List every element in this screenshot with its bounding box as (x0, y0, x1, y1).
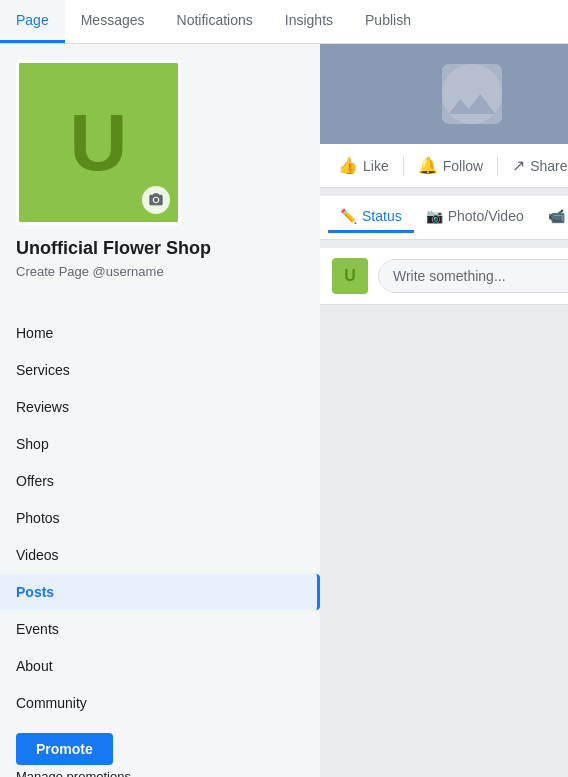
profile-photo-wrapper: U (16, 60, 181, 225)
tab-publish-label: Publish (365, 12, 411, 28)
tab-insights-label: Insights (285, 12, 333, 28)
profile-photo-letter: U (70, 97, 128, 189)
sidebar-item-community[interactable]: Community (0, 685, 320, 721)
action-divider-1 (403, 156, 404, 176)
sidebar-item-about[interactable]: About (0, 648, 320, 684)
write-post-input[interactable]: Write something... (378, 259, 568, 293)
status-label: Status (362, 208, 402, 224)
share-button[interactable]: ↗ Share (502, 150, 568, 181)
tab-notifications-label: Notifications (177, 12, 253, 28)
share-icon: ↗ (512, 156, 525, 175)
post-type-photo-video[interactable]: 📷 Photo/Video (414, 202, 536, 233)
follow-icon: 🔔 (418, 156, 438, 175)
sidebar-item-reviews[interactable]: Reviews (0, 389, 320, 425)
sidebar-item-posts[interactable]: Posts (0, 574, 320, 610)
tab-publish[interactable]: Publish (349, 0, 427, 43)
change-photo-button[interactable] (142, 186, 170, 214)
tab-insights[interactable]: Insights (269, 0, 349, 43)
page-layout: U Unofficial Flower Shop Create Page @us… (0, 44, 568, 777)
sidebar-navigation: Home Services Reviews Shop Offers Photos… (0, 315, 320, 721)
follow-label: Follow (443, 158, 483, 174)
photo-video-icon: 📷 (426, 208, 443, 224)
page-name: Unofficial Flower Shop (16, 237, 304, 260)
sidebar-item-videos[interactable]: Videos (0, 537, 320, 573)
manage-promotions-link[interactable]: Manage promotions (16, 769, 304, 777)
sidebar-item-services[interactable]: Services (0, 352, 320, 388)
status-icon: ✏️ (340, 208, 357, 224)
profile-section: U Unofficial Flower Shop Create Page @us… (0, 60, 320, 307)
post-type-bar: ✏️ Status 📷 Photo/Video 📹 Live video (320, 196, 568, 240)
sidebar-item-photos[interactable]: Photos (0, 500, 320, 536)
profile-photo[interactable]: U (16, 60, 181, 225)
sidebar-item-home[interactable]: Home (0, 315, 320, 351)
action-bar: 👍 Like 🔔 Follow ↗ Share (320, 144, 568, 188)
tab-page-label: Page (16, 12, 49, 28)
cover-image[interactable] (320, 44, 568, 144)
like-label: Like (363, 158, 389, 174)
tab-messages[interactable]: Messages (65, 0, 161, 43)
page-username[interactable]: Create Page @username (16, 264, 304, 279)
tab-messages-label: Messages (81, 12, 145, 28)
sidebar-item-shop[interactable]: Shop (0, 426, 320, 462)
post-avatar: U (332, 258, 368, 294)
share-label: Share (530, 158, 567, 174)
action-divider-2 (497, 156, 498, 176)
write-post-area: U Write something... (320, 248, 568, 305)
tab-page[interactable]: Page (0, 0, 65, 43)
left-sidebar: U Unofficial Flower Shop Create Page @us… (0, 44, 320, 777)
top-navigation: Page Messages Notifications Insights Pub… (0, 0, 568, 44)
follow-button[interactable]: 🔔 Follow (408, 150, 493, 181)
camera-icon (148, 192, 164, 208)
cover-placeholder-icon (432, 54, 512, 134)
like-button[interactable]: 👍 Like (328, 150, 399, 181)
promote-button[interactable]: Promote (16, 733, 113, 765)
write-post-placeholder: Write something... (393, 268, 506, 284)
post-type-status[interactable]: ✏️ Status (328, 202, 414, 233)
tab-notifications[interactable]: Notifications (161, 0, 269, 43)
post-type-live-video[interactable]: 📹 Live video (536, 194, 568, 241)
live-video-icon: 📹 (548, 208, 565, 224)
sidebar-item-events[interactable]: Events (0, 611, 320, 647)
right-content: 👍 Like 🔔 Follow ↗ Share ✏️ Status 📷 Pho (320, 44, 568, 644)
photo-video-label: Photo/Video (448, 208, 524, 224)
sidebar-item-offers[interactable]: Offers (0, 463, 320, 499)
like-icon: 👍 (338, 156, 358, 175)
